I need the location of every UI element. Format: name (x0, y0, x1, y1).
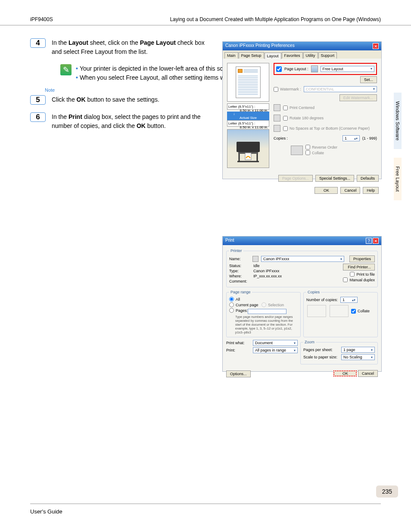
tab-support[interactable]: Support (318, 52, 337, 59)
conserve-icon (274, 125, 280, 132)
no-spaces-checkbox[interactable] (283, 126, 288, 131)
header-title: Laying out a Document Created with Multi… (170, 16, 381, 22)
prefs-cancel-button[interactable]: Cancel (340, 187, 360, 194)
centered-icon (274, 104, 280, 111)
print-what-combo[interactable]: Document▾ (253, 340, 298, 346)
tab-layout[interactable]: Layout (265, 53, 281, 59)
tab-favorites[interactable]: Favorites (282, 52, 303, 59)
page-options-button[interactable]: Page Options... (278, 175, 313, 182)
step-4-text: In the Layout sheet, click on the Page L… (52, 38, 215, 56)
prefs-title: Canon iPFxxxx Printing Preferences (225, 43, 295, 49)
pages-hint: Type page numbers and/or page ranges sep… (235, 315, 298, 334)
close-icon[interactable]: ✕ (373, 43, 379, 49)
scale-to-size-combo[interactable]: No Scaling▾ (341, 354, 375, 360)
prefs-help-button[interactable]: Help (363, 187, 379, 194)
printer-name-combo[interactable]: Canon iPFxxxx▾ (261, 256, 344, 262)
options-button[interactable]: Options... (226, 370, 251, 377)
paper-info-1: Letter (8.5"x11") :8.50 in. x 11.00 in. (227, 103, 269, 110)
free-layout-icon (311, 65, 318, 72)
zoom-legend: Zoom (303, 340, 316, 344)
sidebar-tab-free-layout[interactable]: Free Layout (394, 158, 402, 200)
note-icon: ✎ (60, 64, 72, 75)
step-number-5: 5 (30, 95, 46, 105)
collate-checkbox-print[interactable] (351, 309, 356, 314)
help-icon[interactable]: ? (366, 238, 372, 244)
step-6-text: In the Print dialog box, select the page… (52, 112, 215, 131)
current-page-radio[interactable] (229, 302, 234, 307)
copies-label: Copies : (274, 136, 288, 140)
page-layout-combo[interactable]: Free Layout▾ (321, 66, 374, 72)
selection-radio (262, 302, 266, 307)
find-printer-button[interactable]: Find Printer... (343, 264, 375, 271)
sidebar-tab-windows-software[interactable]: Windows Software (394, 93, 402, 149)
watermark-combo[interactable]: CONFIDENTIAL▾ (304, 86, 377, 92)
printer-icon (252, 256, 258, 262)
note-label: Note (45, 87, 55, 93)
copies-spinner[interactable]: 1▴▾ (342, 135, 360, 141)
watermark-checkbox[interactable] (274, 87, 278, 92)
collate-checkbox[interactable] (305, 150, 310, 155)
page-range-legend: Page range (229, 290, 252, 294)
num-copies-spinner[interactable]: 1▴▾ (340, 297, 358, 303)
layout-preview (227, 63, 269, 102)
copies-legend: Copies (306, 290, 321, 294)
rotate-icon (274, 115, 280, 121)
special-settings-button[interactable]: Special Settings... (315, 175, 354, 182)
tab-utility[interactable]: Utility (303, 52, 318, 59)
print-dialog: Print ?✕ Printer Name: Canon iPFxxxx▾ Pr… (222, 236, 382, 372)
rotate-180-checkbox[interactable] (283, 116, 288, 121)
svg-rect-17 (237, 142, 260, 152)
print-ok-button[interactable]: OK (333, 370, 357, 376)
pages-per-sheet-combo[interactable]: 1 page▾ (341, 347, 375, 353)
all-radio[interactable] (229, 297, 234, 302)
edit-watermark-button[interactable]: Edit Watermark... (339, 94, 377, 101)
print-centered-checkbox[interactable] (283, 106, 288, 110)
print-range-combo[interactable]: All pages in range▾ (253, 347, 298, 353)
page-layout-checkbox[interactable] (276, 66, 282, 72)
set-button[interactable]: Set... (360, 76, 377, 83)
printer-legend: Printer (229, 249, 243, 253)
reverse-order-checkbox[interactable] (305, 145, 310, 149)
print-title: Print (225, 238, 234, 244)
defaults-button[interactable]: Defaults (357, 175, 379, 182)
printer-image (227, 129, 269, 168)
tab-main[interactable]: Main (224, 52, 238, 59)
actual-size-label: ↓ Actual Size (227, 112, 269, 120)
svg-rect-1 (238, 69, 243, 73)
pages-input[interactable] (248, 309, 286, 314)
close-icon[interactable]: ✕ (373, 238, 379, 244)
page-layout-label: Page Layout : (284, 67, 308, 71)
print-cancel-button[interactable]: Cancel (358, 370, 378, 377)
step-number-4: 4 (30, 38, 46, 48)
copies-range: (1 - 999) (362, 136, 377, 140)
collate-icon (291, 146, 303, 155)
pages-radio[interactable] (229, 308, 234, 313)
footer-guide: User's Guide (30, 508, 62, 515)
print-to-file-checkbox[interactable] (350, 272, 355, 277)
manual-duplex-checkbox[interactable] (343, 277, 348, 282)
name-label: Name: (229, 257, 250, 261)
tab-page-setup[interactable]: Page Setup (239, 52, 264, 59)
step-number-6: 6 (30, 112, 46, 122)
header-model: iPF9400S (30, 16, 53, 22)
page-number: 235 (376, 485, 398, 498)
printing-preferences-dialog: Canon iPFxxxx Printing Preferences ✕ Mai… (222, 41, 382, 179)
prefs-ok-button[interactable]: OK (314, 187, 338, 194)
paper-info-2: Letter (8.5"x11") :8.50 in. x 11.00 in. (227, 120, 269, 127)
collate-preview-icon (330, 305, 349, 317)
properties-button[interactable]: Properties (349, 255, 375, 262)
collate-preview-icon (307, 305, 326, 317)
